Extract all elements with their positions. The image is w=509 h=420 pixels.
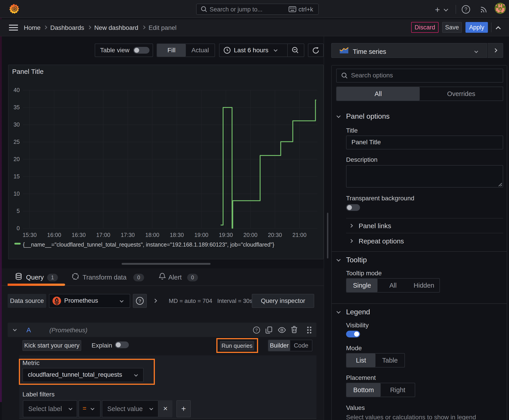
svg-text:16:30: 16:30 [72, 232, 86, 238]
svg-text:?: ? [255, 328, 258, 332]
svg-text:16:00: 16:00 [47, 232, 61, 238]
svg-text:40: 40 [14, 87, 20, 93]
svg-text:5: 5 [17, 208, 20, 214]
svg-text:30: 30 [14, 121, 20, 128]
svg-text:35: 35 [14, 104, 20, 110]
svg-text:15: 15 [14, 173, 20, 180]
svg-text:?: ? [464, 7, 467, 12]
svg-text:19:30: 19:30 [219, 232, 233, 238]
svg-text:21:00: 21:00 [292, 232, 307, 238]
svg-text:25: 25 [14, 139, 20, 145]
svg-text:20:30: 20:30 [268, 232, 282, 238]
svg-text:20:00: 20:00 [243, 232, 258, 238]
svg-text:20: 20 [14, 156, 20, 162]
svg-text:10: 10 [14, 190, 20, 197]
svg-text:?: ? [138, 298, 141, 304]
svg-text:17:30: 17:30 [121, 232, 135, 238]
svg-text:17:00: 17:00 [96, 232, 110, 238]
svg-text:18:00: 18:00 [145, 232, 159, 238]
svg-text:18:30: 18:30 [170, 232, 184, 238]
svg-text:15:30: 15:30 [23, 232, 37, 238]
svg-text:19:00: 19:00 [194, 232, 208, 238]
svg-text:0: 0 [17, 225, 20, 231]
